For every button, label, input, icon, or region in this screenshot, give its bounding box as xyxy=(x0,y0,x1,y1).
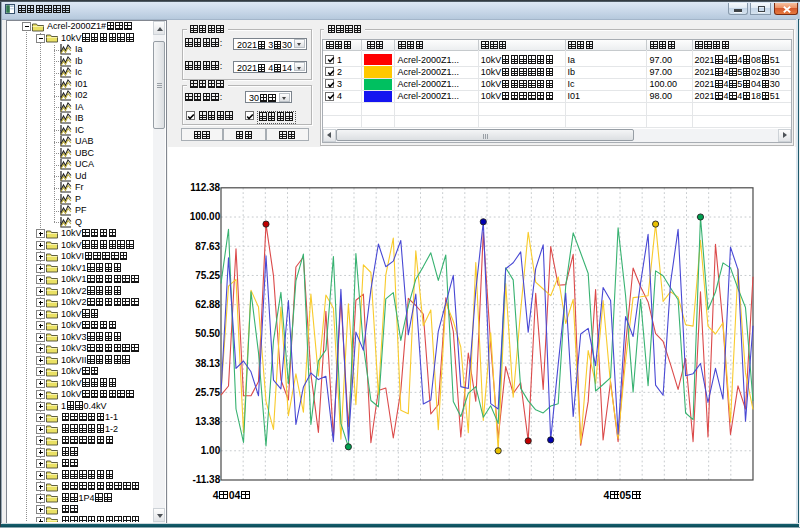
svg-text:13.38: 13.38 xyxy=(195,416,220,427)
svg-text:87.63: 87.63 xyxy=(195,240,220,251)
svg-text:100.00: 100.00 xyxy=(189,211,220,222)
svg-text:112.38: 112.38 xyxy=(190,182,220,193)
svg-text:38.13: 38.13 xyxy=(195,357,220,368)
svg-text:62.88: 62.88 xyxy=(195,299,220,310)
svg-text:-11.38: -11.38 xyxy=(192,474,220,485)
svg-text:50.50: 50.50 xyxy=(195,328,220,339)
svg-text:1.00: 1.00 xyxy=(200,445,220,456)
svg-text:25.75: 25.75 xyxy=(195,386,220,397)
svg-text:75.25: 75.25 xyxy=(195,269,220,280)
